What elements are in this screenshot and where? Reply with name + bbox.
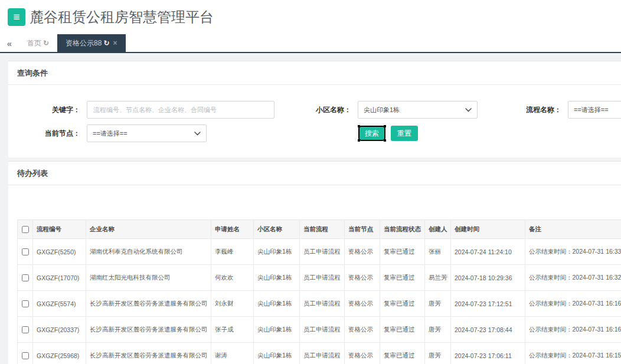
table-row: GXGZF(20337)长沙高新开发区麓谷劳务派遣服务有限公司张子成尖山印象1栋… — [18, 317, 621, 343]
current-node-label: 当前节点： — [8, 129, 87, 139]
table-cell: 易兰芳 — [425, 265, 451, 291]
table-cell: 唐芳 — [425, 291, 451, 317]
table-cell: GXGZF(17070) — [33, 265, 86, 291]
table-cell: GXGZF(25968) — [33, 343, 86, 364]
table-row: GXGZF(25968)长沙高新开发区麓谷劳务派遣服务有限公司谢涛尖山印象1栋员… — [18, 343, 621, 364]
table-cell: GXGZF(20337) — [33, 317, 86, 343]
table-cell: 湖南优利泰克自动化系统有限公司 — [86, 239, 211, 265]
collapse-tabs-button[interactable]: « — [0, 34, 19, 52]
query-panel-title: 查询条件 — [8, 61, 621, 85]
table-cell: 唐芳 — [425, 317, 451, 343]
table-cell: 员工申请流程 — [300, 265, 345, 291]
row-checkbox-cell — [18, 343, 33, 364]
column-header: 当前流程 — [300, 220, 345, 239]
table-cell: 尖山印象1栋 — [254, 317, 300, 343]
table-cell: 张子成 — [211, 317, 254, 343]
reset-button[interactable]: 重置 — [391, 126, 418, 141]
app-header: ≡ 麓谷租赁公租房智慧管理平台 — [0, 0, 621, 34]
focus-handle — [358, 139, 360, 142]
table-header-row: 流程编号企业名称申请姓名小区名称当前流程当前节点当前流程状态创建人创建时间备注 — [18, 220, 621, 239]
process-name-select[interactable]: ==请选择== — [568, 101, 621, 119]
query-buttons: 搜索 重置 — [358, 126, 418, 141]
table-row: GXGZF(5574)长沙高新开发区麓谷劳务派遣服务有限公司刘永财尖山印象1栋员… — [18, 291, 621, 317]
table-cell: 资格公示 — [345, 343, 380, 364]
refresh-icon[interactable]: ↻ — [103, 39, 109, 47]
table-cell: 2024-07-24 11:24:10 — [451, 239, 525, 265]
query-conditions-panel: 查询条件 关键字： 小区名称： 尖山印象1栋 流程名称： ==请选择== — [8, 61, 621, 158]
current-node-select-value: ==请选择== — [93, 129, 128, 138]
table-cell: 李巍峰 — [211, 239, 254, 265]
column-header: 备注 — [525, 220, 621, 239]
table-cell: 员工申请流程 — [300, 317, 345, 343]
hamburger-menu-icon: ≡ — [13, 11, 19, 24]
search-button[interactable]: 搜索 — [358, 126, 385, 141]
table-cell: 公示结束时间：2024-07-31 16:16:11 — [525, 317, 621, 343]
table-cell: 资格公示 — [345, 291, 380, 317]
table-cell: 刘永财 — [211, 291, 254, 317]
app-window: ≡ 麓谷租赁公租房智慧管理平台 « 首页 ↻ 资格公示88 ↻ × 查询条件 关… — [0, 0, 621, 364]
column-header: 流程编号 — [33, 220, 86, 239]
table-cell: 张丽 — [425, 239, 451, 265]
table-cell: GXGZF(5250) — [33, 239, 86, 265]
focus-handle — [384, 139, 386, 142]
refresh-icon[interactable]: ↻ — [43, 39, 49, 47]
table-cell: 湖南红太阳光电科技有限公司 — [86, 265, 211, 291]
table-cell: 尖山印象1栋 — [254, 265, 300, 291]
close-icon[interactable]: × — [113, 39, 117, 47]
row-checkbox-cell — [18, 265, 33, 291]
column-header: 小区名称 — [254, 220, 300, 239]
table-cell: 员工申请流程 — [300, 291, 345, 317]
chevron-down-icon — [194, 132, 201, 136]
table-cell: 复审已通过 — [380, 343, 425, 364]
row-checkbox-cell — [18, 291, 33, 317]
tab-bar: « 首页 ↻ 资格公示88 ↻ × — [0, 34, 621, 53]
table-cell: 何欢欢 — [211, 265, 254, 291]
reset-button-label: 重置 — [397, 129, 411, 137]
process-name-select-value: ==请选择== — [574, 106, 609, 114]
table-cell: 尖山印象1栋 — [254, 239, 300, 265]
query-form-row-2: 当前节点： ==请选择== 搜索 — [8, 124, 621, 142]
table-cell: 复审已通过 — [380, 317, 425, 343]
column-header: 申请姓名 — [211, 220, 254, 239]
community-label: 小区名称： — [274, 105, 358, 115]
row-checkbox[interactable] — [22, 248, 29, 255]
select-all-checkbox[interactable] — [22, 226, 29, 233]
row-checkbox[interactable] — [22, 300, 29, 307]
row-checkbox[interactable] — [22, 352, 29, 359]
table-cell: 资格公示 — [345, 239, 380, 265]
row-checkbox[interactable] — [22, 274, 29, 281]
keyword-input[interactable] — [87, 101, 274, 119]
column-header: 企业名称 — [86, 220, 211, 239]
table-cell: 唐芳 — [425, 343, 451, 364]
chevron-down-icon — [465, 108, 472, 112]
focus-handle — [384, 125, 386, 127]
table-cell: 复审已通过 — [380, 265, 425, 291]
menu-toggle-button[interactable]: ≡ — [8, 8, 25, 26]
table-cell: 员工申请流程 — [300, 343, 345, 364]
table-cell: 2024-07-23 17:06:11 — [451, 343, 525, 364]
table-cell: 尖山印象1栋 — [254, 343, 300, 364]
table-cell: 2024-07-23 17:08:44 — [451, 317, 525, 343]
table-cell: 公示结束时间：2024-07-31 16:16:27 — [525, 291, 621, 317]
table-cell: 员工申请流程 — [300, 239, 345, 265]
main-content: 查询条件 关键字： 小区名称： 尖山印象1栋 流程名称： ==请选择== — [0, 53, 621, 364]
tab-home[interactable]: 首页 ↻ — [19, 34, 57, 52]
process-name-label: 流程名称： — [478, 105, 568, 115]
current-node-select[interactable]: ==请选择== — [87, 124, 207, 142]
search-button-label: 搜索 — [365, 129, 379, 137]
todo-table: 流程编号企业名称申请姓名小区名称当前流程当前节点当前流程状态创建人创建时间备注 … — [17, 219, 621, 364]
table-body: GXGZF(5250)湖南优利泰克自动化系统有限公司李巍峰尖山印象1栋员工申请流… — [18, 239, 621, 364]
table-cell: GXGZF(5574) — [33, 291, 86, 317]
table-cell: 资格公示 — [345, 317, 380, 343]
table-cell: 尖山印象1栋 — [254, 291, 300, 317]
row-checkbox[interactable] — [22, 326, 29, 333]
community-select-value: 尖山印象1栋 — [364, 106, 400, 114]
tab-qualification-publicity[interactable]: 资格公示88 ↻ × — [57, 34, 125, 52]
table-cell: 长沙高新开发区麓谷劳务派遣服务有限公司 — [86, 291, 211, 317]
app-title: 麓谷租赁公租房智慧管理平台 — [30, 8, 214, 27]
table-cell: 2024-07-18 10:29:36 — [451, 265, 525, 291]
table-cell: 谢涛 — [211, 343, 254, 364]
column-header: 创建人 — [425, 220, 451, 239]
table-cell: 公示结束时间：2024-07-31 16:33:01 — [525, 239, 621, 265]
community-select[interactable]: 尖山印象1栋 — [358, 101, 478, 119]
